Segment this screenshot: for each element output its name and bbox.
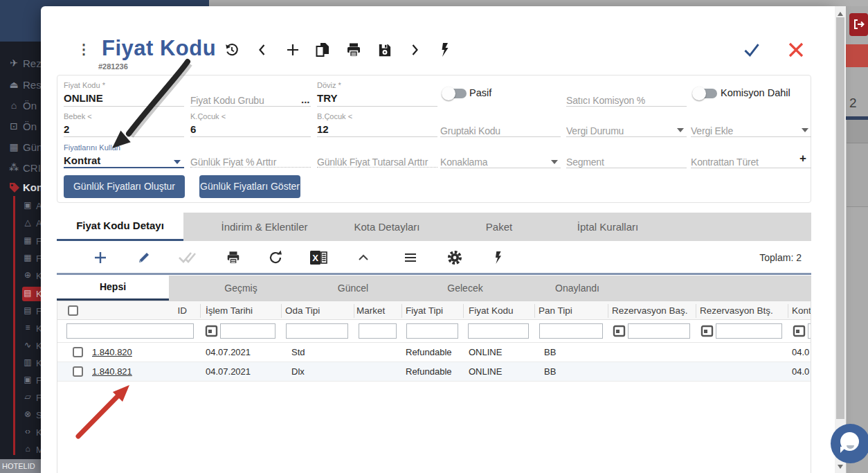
konaklama-field[interactable]: Konaklama	[440, 153, 487, 168]
save-button[interactable]	[375, 41, 393, 59]
row-checkbox[interactable]	[73, 366, 83, 377]
subtab-gecmis[interactable]: Geçmiş	[186, 276, 296, 301]
add-row-button[interactable]	[91, 248, 110, 267]
subtab-guncel[interactable]: Güncel	[298, 276, 408, 301]
segment-field[interactable]: Segment	[566, 153, 604, 168]
vergi-durumu-field[interactable]: Vergi Durumu	[566, 122, 624, 136]
add-button[interactable]	[284, 41, 302, 59]
col-header-islem-tarihi[interactable]: İşlem Tarihi	[206, 301, 253, 321]
filter-kont-input[interactable]	[808, 323, 811, 339]
filter-row	[57, 320, 811, 343]
bebek-field[interactable]: Bebek < 2	[64, 112, 92, 135]
kcocuk-field[interactable]: K.Çocuk < 6	[190, 112, 226, 135]
grid-header: ID İşlem Tarihi Oda Tipi Market Fiyat Ti…	[57, 301, 811, 320]
col-header-id[interactable]: ID	[132, 301, 187, 321]
filter-fiyat-kodu-input[interactable]	[468, 323, 529, 339]
price-code-form: Fiyat Kodu * ONLINE Fiyat Kodu Grubu ...…	[57, 75, 811, 203]
more-menu-icon[interactable]: ⋮	[77, 41, 87, 57]
col-header-rez-bas[interactable]: Rezervasyon Baş.	[612, 301, 688, 321]
tab-indirim-eklentiler[interactable]: İndirim & Eklentiler	[195, 213, 334, 241]
lookup-button[interactable]: ...	[301, 93, 310, 105]
filter-market-input[interactable]	[359, 323, 397, 339]
select-all-checkbox[interactable]	[68, 305, 78, 316]
menu-button[interactable]	[401, 248, 420, 267]
plus-circle-icon: ⊕	[22, 270, 33, 280]
derive-plus-button[interactable]: +	[799, 152, 806, 166]
subtab-onaylandi[interactable]: Onaylandı	[522, 276, 633, 301]
filter-islem-tarihi-input[interactable]	[220, 323, 275, 339]
row-checkbox[interactable]	[73, 347, 83, 357]
filter-oda-tipi-input[interactable]	[286, 323, 348, 339]
filter-rez-bts-input[interactable]	[716, 323, 782, 339]
dropdown-arrow-icon	[802, 128, 808, 132]
scrollbar[interactable]	[835, 6, 846, 473]
tab-fiyat-kodu-detayi[interactable]: Fiyat Kodu Detayı	[57, 213, 183, 241]
next-button[interactable]	[406, 41, 424, 59]
fiyat-kodu-grubu-field[interactable]: Fiyat Kodu Grubu	[190, 91, 264, 106]
print-grid-button[interactable]	[224, 248, 243, 267]
fiyatlarini-kullan-field[interactable]: Fiyatlarını Kullan Kontrat	[64, 143, 120, 166]
settings-button[interactable]	[445, 248, 464, 267]
gunluk-fiyatlari-olustur-button[interactable]: Günlük Fiyatları Oluştur	[64, 175, 185, 198]
filter-fiyat-tipi-input[interactable]	[406, 323, 458, 339]
copy-button[interactable]	[314, 41, 332, 59]
col-header-pan-tipi[interactable]: Pan Tipi	[539, 301, 572, 321]
scroll-thumb[interactable]	[836, 17, 844, 419]
close-button[interactable]	[787, 41, 805, 59]
collapse-button[interactable]	[354, 248, 373, 267]
scroll-up-icon[interactable]	[838, 12, 843, 16]
calendar-icon[interactable]	[205, 323, 218, 338]
flask-icon: △	[22, 217, 33, 227]
filter-pan-tipi-input[interactable]	[539, 323, 603, 339]
col-header-kont[interactable]: Kont	[792, 301, 811, 321]
chat-widget-button[interactable]	[831, 424, 868, 463]
pasif-toggle[interactable]	[443, 89, 467, 98]
subtab-gelecek[interactable]: Gelecek	[410, 276, 521, 301]
prev-button[interactable]	[253, 41, 271, 59]
approve-button[interactable]	[177, 248, 197, 267]
gunluk-tutarsal-field[interactable]: Günlük Fiyat Tutarsal Arttır	[317, 153, 428, 168]
vergi-ekle-field[interactable]: Vergi Ekle	[691, 122, 733, 136]
komisyon-dahil-label: Komisyon Dahil	[721, 87, 790, 98]
filter-id-input[interactable]	[66, 323, 194, 339]
col-header-fiyat-kodu[interactable]: Fiyat Kodu	[469, 301, 514, 321]
col-header-oda-tipi[interactable]: Oda Tipi	[285, 301, 320, 321]
dropdown-arrow-icon	[551, 160, 558, 164]
table-row[interactable]: 1.840.821 04.07.2021 Dlx Refundable ONLI…	[57, 362, 811, 382]
gunluk-yuzde-field[interactable]: Günlük Fiyat % Arttır	[190, 153, 276, 168]
calendar-icon: ▦	[22, 235, 33, 245]
scroll-down-icon[interactable]	[838, 465, 843, 469]
komisyon-dahil-toggle[interactable]	[694, 89, 717, 98]
cell-oda-tipi: Std	[291, 343, 305, 362]
excel-export-button[interactable]: X	[309, 248, 328, 267]
doviz-field[interactable]: Döviz * TRY	[317, 81, 341, 104]
fiyat-kodu-field[interactable]: Fiyat Kodu * ONLINE	[64, 81, 105, 104]
logout-button[interactable]	[849, 13, 868, 36]
cell-fiyat-tipi: Refundable	[406, 362, 452, 382]
row-id-link[interactable]: 1.840.821	[92, 362, 132, 382]
col-header-market[interactable]: Market	[356, 301, 385, 321]
gunluk-fiyatlari-goster-button[interactable]: Günlük Fiyatları Göster	[199, 175, 300, 198]
kontrattan-turet-field[interactable]: Kontrattan Türet	[691, 153, 759, 168]
gruptaki-kodu-field[interactable]: Gruptaki Kodu	[440, 122, 500, 136]
history-button[interactable]	[223, 41, 241, 59]
print-button[interactable]	[345, 41, 363, 59]
bulk-actions-button[interactable]	[489, 248, 508, 267]
refresh-button[interactable]	[266, 248, 285, 267]
actions-button[interactable]	[436, 41, 454, 59]
confirm-button[interactable]	[743, 41, 761, 59]
price-detail-grid: ID İşlem Tarihi Oda Tipi Market Fiyat Ti…	[57, 301, 811, 473]
calendar-icon[interactable]	[793, 323, 806, 338]
filter-rez-bas-input[interactable]	[628, 323, 690, 339]
subtab-hepsi[interactable]: Hepsi	[57, 276, 169, 301]
satici-komisyon-field[interactable]: Satıcı Komisyon %	[566, 91, 645, 106]
edit-button[interactable]	[134, 248, 154, 267]
table-row[interactable]: 1.840.820 04.07.2021 Std Refundable ONLI…	[57, 343, 811, 362]
col-header-fiyat-tipi[interactable]: Fiyat Tipi	[406, 301, 443, 321]
calendar-icon[interactable]	[700, 323, 714, 338]
col-header-rez-bts[interactable]: Rezervasyon Btş.	[700, 301, 773, 321]
tab-iptal-kurallari[interactable]: İptal Kuralları	[539, 213, 677, 241]
bcocuk-field[interactable]: B.Çocuk < 12	[317, 112, 352, 135]
calendar-icon[interactable]	[613, 323, 626, 338]
row-id-link[interactable]: 1.840.820	[92, 343, 132, 362]
